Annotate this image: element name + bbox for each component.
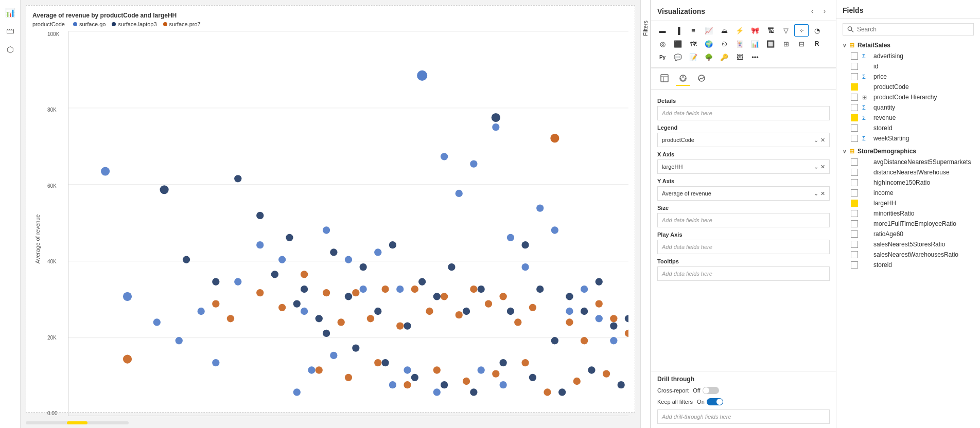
field-advertising[interactable]: Σ advertising: [836, 51, 980, 61]
field-sales-nearest5[interactable]: salesNearest5StoresRatio: [836, 239, 980, 249]
legend-dropdown-icon[interactable]: ⌄: [814, 137, 818, 144]
field-revenue[interactable]: Σ revenue: [836, 113, 980, 123]
field-sales-nearest5-checkbox[interactable]: [851, 241, 858, 248]
field-productcode-hierarchy[interactable]: ⊞ productCode Hierarchy: [836, 92, 980, 102]
viz-map-icon[interactable]: 🗺: [686, 38, 701, 50]
drill-through-input[interactable]: Add drill-through fields here: [657, 409, 830, 424]
field-productcode-hierarchy-checkbox[interactable]: [851, 94, 858, 101]
field-quantity[interactable]: Σ quantity: [836, 102, 980, 113]
tab-format[interactable]: [676, 72, 690, 86]
field-revenue-checkbox[interactable]: [851, 114, 858, 121]
viz-area-icon[interactable]: ⛰: [717, 24, 731, 37]
viz-line-icon[interactable]: 📈: [702, 24, 716, 37]
legend-input[interactable]: productCode ⌄ ✕: [657, 133, 830, 147]
store-demographics-header[interactable]: ∨ ⊞ StoreDemographics: [836, 146, 980, 157]
xaxis-input[interactable]: largeHH ⌄ ✕: [657, 159, 830, 174]
viz-100bar-icon[interactable]: ≡: [686, 24, 701, 37]
field-distance-warehouse-checkbox[interactable]: [851, 169, 858, 176]
viz-keyinfluencers-icon[interactable]: 🔑: [717, 51, 731, 63]
field-id-checkbox[interactable]: [851, 63, 858, 70]
yaxis-clear-icon[interactable]: ✕: [820, 190, 825, 197]
field-income[interactable]: income: [836, 188, 980, 198]
viz-decomp-icon[interactable]: 🌳: [702, 51, 716, 63]
retail-sales-header[interactable]: ∨ ⊞ RetailSales: [836, 40, 980, 51]
field-largehh-checkbox[interactable]: [851, 200, 858, 207]
field-id[interactable]: id: [836, 61, 980, 72]
report-icon[interactable]: 📊: [2, 4, 19, 21]
field-price-checkbox[interactable]: [851, 73, 858, 80]
data-icon[interactable]: 🗃: [2, 23, 19, 39]
scrollbar-thumb[interactable]: [67, 421, 87, 424]
tab-fields[interactable]: [657, 72, 672, 86]
viz-table-icon[interactable]: ⊞: [779, 38, 793, 50]
field-advertising-checkbox[interactable]: [851, 52, 858, 60]
field-quantity-checkbox[interactable]: [851, 104, 858, 111]
viz-qa-icon[interactable]: 💬: [671, 51, 685, 63]
yaxis-dropdown-icon[interactable]: ⌄: [814, 190, 818, 197]
field-ratio-age60-checkbox[interactable]: [851, 230, 858, 238]
field-distance-warehouse[interactable]: distanceNearestWarehouse: [836, 167, 980, 177]
field-minorities-checkbox[interactable]: [851, 210, 858, 217]
field-weekstarting-checkbox[interactable]: [851, 135, 858, 142]
size-input[interactable]: Add data fields here: [657, 213, 830, 227]
details-input[interactable]: Add data fields here: [657, 106, 830, 120]
viz-column-icon[interactable]: ▐: [671, 24, 685, 37]
field-avg-distance[interactable]: avgDistanceNearest5Supermarkets: [836, 157, 980, 167]
field-weekstarting[interactable]: Σ weekStarting: [836, 133, 980, 144]
field-largehh[interactable]: largeHH: [836, 198, 980, 208]
tooltips-input[interactable]: Add data fields here: [657, 266, 830, 281]
field-fulltime[interactable]: more1FullTimeEmployeeRatio: [836, 219, 980, 229]
field-price[interactable]: Σ price: [836, 72, 980, 82]
legend-clear-icon[interactable]: ✕: [820, 137, 825, 144]
viz-slicer-icon[interactable]: 🔲: [763, 38, 778, 50]
viz-py-icon[interactable]: Py: [655, 51, 670, 63]
viz-smart-icon[interactable]: 📝: [686, 51, 701, 63]
field-avg-distance-checkbox[interactable]: [851, 158, 858, 166]
viz-combo-icon[interactable]: ⚡: [732, 24, 747, 37]
cross-report-toggle[interactable]: Off: [693, 387, 719, 394]
field-productcode[interactable]: productCode: [836, 82, 980, 92]
viz-ribbon-icon[interactable]: 🎀: [748, 24, 762, 37]
viz-more-icon[interactable]: •••: [748, 51, 762, 63]
viz-panel-forward-arrow[interactable]: ›: [819, 6, 830, 16]
viz-matrix-icon[interactable]: ⊟: [794, 38, 809, 50]
field-storeid-demo[interactable]: storeid: [836, 260, 980, 270]
field-productcode-checkbox[interactable]: [851, 83, 858, 91]
viz-panel-back-arrow[interactable]: ‹: [807, 6, 817, 16]
xaxis-dropdown-icon[interactable]: ⌄: [814, 164, 818, 170]
viz-donut-icon[interactable]: ◎: [655, 38, 670, 50]
viz-gauge-icon[interactable]: ⏲: [717, 38, 731, 50]
tab-analytics[interactable]: [694, 72, 709, 86]
field-storeid-demo-checkbox[interactable]: [851, 261, 858, 269]
viz-image-icon[interactable]: 🖼: [732, 51, 747, 63]
search-input[interactable]: [857, 26, 969, 33]
viz-r-icon[interactable]: R: [810, 38, 824, 50]
viz-scatter-icon[interactable]: ⁘: [794, 24, 809, 37]
field-ratio-age60[interactable]: ratioAge60: [836, 229, 980, 239]
field-minorities[interactable]: minoritiesRatio: [836, 208, 980, 219]
field-fulltime-checkbox[interactable]: [851, 220, 858, 227]
keep-filters-track[interactable]: [707, 398, 723, 405]
viz-card-icon[interactable]: 🃏: [732, 38, 747, 50]
field-storeid[interactable]: storeId: [836, 123, 980, 133]
viz-funnel-icon[interactable]: ▽: [779, 24, 793, 37]
cross-report-track[interactable]: [703, 387, 719, 394]
xaxis-clear-icon[interactable]: ✕: [820, 164, 825, 170]
yaxis-input[interactable]: Average of revenue ⌄ ✕: [657, 186, 830, 201]
keep-filters-toggle[interactable]: On: [697, 398, 723, 405]
viz-kpi-icon[interactable]: 📊: [748, 38, 762, 50]
field-income-checkbox[interactable]: [851, 189, 858, 197]
playaxis-input[interactable]: Add data fields here: [657, 240, 830, 254]
viz-treemap-icon[interactable]: ⬛: [671, 38, 685, 50]
filters-panel[interactable]: Filters: [640, 0, 651, 428]
field-sales-nearest-warehouse-checkbox[interactable]: [851, 251, 858, 258]
field-storeid-checkbox[interactable]: [851, 124, 858, 132]
viz-pie-icon[interactable]: ◔: [810, 24, 824, 37]
viz-bar-icon[interactable]: ▬: [655, 24, 670, 37]
viz-waterfall-icon[interactable]: 🏗: [763, 24, 778, 37]
model-icon[interactable]: ⬡: [2, 41, 19, 58]
field-sales-nearest-warehouse[interactable]: salesNearestWarehousesRatio: [836, 249, 980, 260]
field-high-income[interactable]: highIncome150Ratio: [836, 177, 980, 188]
viz-filled-map-icon[interactable]: 🌍: [702, 38, 716, 50]
scrollbar-track[interactable]: [26, 421, 129, 424]
